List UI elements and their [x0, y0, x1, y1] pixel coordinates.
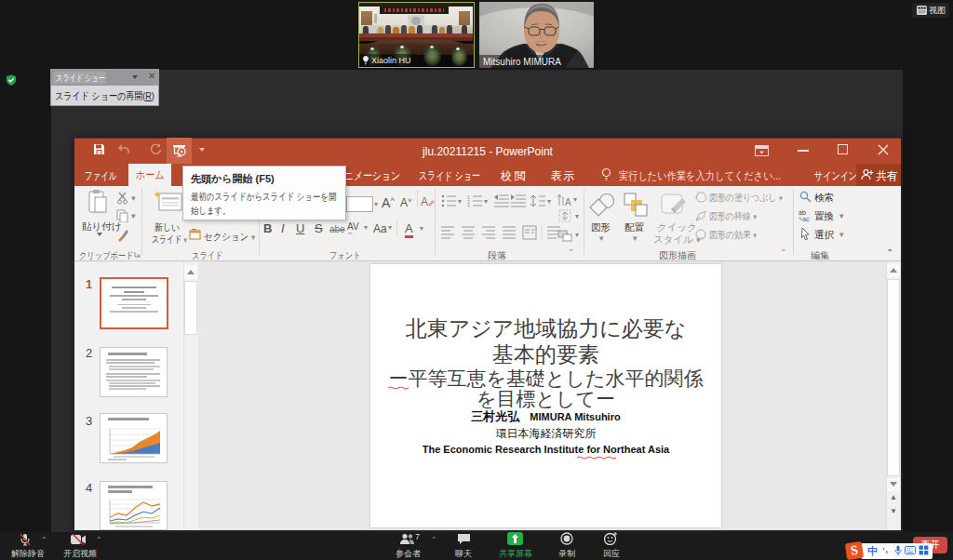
svg-text:A: A [565, 197, 571, 207]
svg-text:A: A [421, 195, 428, 208]
svg-text:3: 3 [467, 204, 470, 207]
svg-text:ac: ac [802, 216, 810, 222]
